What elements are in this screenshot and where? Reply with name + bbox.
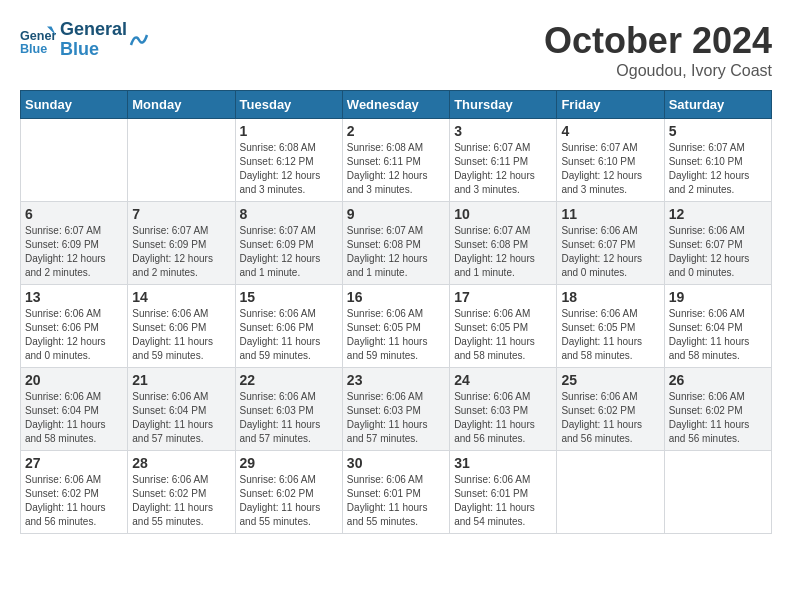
month-title: October 2024 [544, 20, 772, 62]
location: Ogoudou, Ivory Coast [544, 62, 772, 80]
day-info: Sunrise: 6:06 AM Sunset: 6:02 PM Dayligh… [132, 473, 230, 529]
calendar-week-row: 20Sunrise: 6:06 AM Sunset: 6:04 PM Dayli… [21, 368, 772, 451]
calendar-cell [557, 451, 664, 534]
day-info: Sunrise: 6:06 AM Sunset: 6:02 PM Dayligh… [240, 473, 338, 529]
calendar-week-row: 6Sunrise: 6:07 AM Sunset: 6:09 PM Daylig… [21, 202, 772, 285]
day-info: Sunrise: 6:06 AM Sunset: 6:06 PM Dayligh… [132, 307, 230, 363]
day-number: 28 [132, 455, 230, 471]
calendar-cell: 7Sunrise: 6:07 AM Sunset: 6:09 PM Daylig… [128, 202, 235, 285]
calendar-cell: 24Sunrise: 6:06 AM Sunset: 6:03 PM Dayli… [450, 368, 557, 451]
calendar-cell: 4Sunrise: 6:07 AM Sunset: 6:10 PM Daylig… [557, 119, 664, 202]
day-info: Sunrise: 6:06 AM Sunset: 6:03 PM Dayligh… [454, 390, 552, 446]
calendar-week-row: 13Sunrise: 6:06 AM Sunset: 6:06 PM Dayli… [21, 285, 772, 368]
day-info: Sunrise: 6:06 AM Sunset: 6:02 PM Dayligh… [561, 390, 659, 446]
day-number: 22 [240, 372, 338, 388]
calendar-cell: 30Sunrise: 6:06 AM Sunset: 6:01 PM Dayli… [342, 451, 449, 534]
day-number: 16 [347, 289, 445, 305]
day-info: Sunrise: 6:06 AM Sunset: 6:07 PM Dayligh… [669, 224, 767, 280]
calendar-table: SundayMondayTuesdayWednesdayThursdayFrid… [20, 90, 772, 534]
logo-wave-icon [129, 25, 149, 55]
calendar-cell: 21Sunrise: 6:06 AM Sunset: 6:04 PM Dayli… [128, 368, 235, 451]
logo-line2: Blue [60, 40, 127, 60]
day-number: 25 [561, 372, 659, 388]
calendar-header-row: SundayMondayTuesdayWednesdayThursdayFrid… [21, 91, 772, 119]
logo-icon: General Blue [20, 22, 56, 58]
column-header-friday: Friday [557, 91, 664, 119]
column-header-sunday: Sunday [21, 91, 128, 119]
day-number: 21 [132, 372, 230, 388]
calendar-cell: 6Sunrise: 6:07 AM Sunset: 6:09 PM Daylig… [21, 202, 128, 285]
calendar-cell: 16Sunrise: 6:06 AM Sunset: 6:05 PM Dayli… [342, 285, 449, 368]
calendar-cell: 8Sunrise: 6:07 AM Sunset: 6:09 PM Daylig… [235, 202, 342, 285]
day-info: Sunrise: 6:07 AM Sunset: 6:11 PM Dayligh… [454, 141, 552, 197]
calendar-cell [664, 451, 771, 534]
column-header-saturday: Saturday [664, 91, 771, 119]
calendar-cell [21, 119, 128, 202]
day-info: Sunrise: 6:06 AM Sunset: 6:03 PM Dayligh… [347, 390, 445, 446]
day-info: Sunrise: 6:08 AM Sunset: 6:11 PM Dayligh… [347, 141, 445, 197]
day-info: Sunrise: 6:06 AM Sunset: 6:06 PM Dayligh… [240, 307, 338, 363]
calendar-cell: 12Sunrise: 6:06 AM Sunset: 6:07 PM Dayli… [664, 202, 771, 285]
calendar-week-row: 1Sunrise: 6:08 AM Sunset: 6:12 PM Daylig… [21, 119, 772, 202]
day-number: 6 [25, 206, 123, 222]
calendar-cell: 3Sunrise: 6:07 AM Sunset: 6:11 PM Daylig… [450, 119, 557, 202]
day-number: 12 [669, 206, 767, 222]
column-header-thursday: Thursday [450, 91, 557, 119]
day-number: 18 [561, 289, 659, 305]
calendar-cell: 26Sunrise: 6:06 AM Sunset: 6:02 PM Dayli… [664, 368, 771, 451]
calendar-cell: 18Sunrise: 6:06 AM Sunset: 6:05 PM Dayli… [557, 285, 664, 368]
calendar-cell: 14Sunrise: 6:06 AM Sunset: 6:06 PM Dayli… [128, 285, 235, 368]
day-number: 4 [561, 123, 659, 139]
calendar-cell: 13Sunrise: 6:06 AM Sunset: 6:06 PM Dayli… [21, 285, 128, 368]
column-header-wednesday: Wednesday [342, 91, 449, 119]
day-number: 24 [454, 372, 552, 388]
day-info: Sunrise: 6:06 AM Sunset: 6:04 PM Dayligh… [132, 390, 230, 446]
day-number: 5 [669, 123, 767, 139]
day-number: 9 [347, 206, 445, 222]
calendar-cell: 10Sunrise: 6:07 AM Sunset: 6:08 PM Dayli… [450, 202, 557, 285]
day-number: 26 [669, 372, 767, 388]
day-number: 13 [25, 289, 123, 305]
calendar-cell: 23Sunrise: 6:06 AM Sunset: 6:03 PM Dayli… [342, 368, 449, 451]
day-info: Sunrise: 6:06 AM Sunset: 6:04 PM Dayligh… [669, 307, 767, 363]
calendar-cell: 15Sunrise: 6:06 AM Sunset: 6:06 PM Dayli… [235, 285, 342, 368]
day-number: 10 [454, 206, 552, 222]
day-number: 2 [347, 123, 445, 139]
calendar-cell: 5Sunrise: 6:07 AM Sunset: 6:10 PM Daylig… [664, 119, 771, 202]
day-number: 19 [669, 289, 767, 305]
day-number: 14 [132, 289, 230, 305]
day-info: Sunrise: 6:07 AM Sunset: 6:09 PM Dayligh… [25, 224, 123, 280]
day-info: Sunrise: 6:07 AM Sunset: 6:10 PM Dayligh… [561, 141, 659, 197]
day-info: Sunrise: 6:07 AM Sunset: 6:10 PM Dayligh… [669, 141, 767, 197]
calendar-cell: 27Sunrise: 6:06 AM Sunset: 6:02 PM Dayli… [21, 451, 128, 534]
day-info: Sunrise: 6:06 AM Sunset: 6:02 PM Dayligh… [669, 390, 767, 446]
day-number: 20 [25, 372, 123, 388]
page-header: General Blue General Blue October 2024 O… [20, 20, 772, 80]
day-info: Sunrise: 6:06 AM Sunset: 6:06 PM Dayligh… [25, 307, 123, 363]
calendar-cell [128, 119, 235, 202]
day-number: 31 [454, 455, 552, 471]
day-number: 15 [240, 289, 338, 305]
day-number: 8 [240, 206, 338, 222]
day-info: Sunrise: 6:06 AM Sunset: 6:01 PM Dayligh… [454, 473, 552, 529]
calendar-cell: 19Sunrise: 6:06 AM Sunset: 6:04 PM Dayli… [664, 285, 771, 368]
day-info: Sunrise: 6:06 AM Sunset: 6:07 PM Dayligh… [561, 224, 659, 280]
day-info: Sunrise: 6:06 AM Sunset: 6:05 PM Dayligh… [454, 307, 552, 363]
day-number: 1 [240, 123, 338, 139]
day-number: 3 [454, 123, 552, 139]
calendar-cell: 25Sunrise: 6:06 AM Sunset: 6:02 PM Dayli… [557, 368, 664, 451]
day-info: Sunrise: 6:07 AM Sunset: 6:09 PM Dayligh… [240, 224, 338, 280]
day-info: Sunrise: 6:08 AM Sunset: 6:12 PM Dayligh… [240, 141, 338, 197]
calendar-cell: 9Sunrise: 6:07 AM Sunset: 6:08 PM Daylig… [342, 202, 449, 285]
calendar-cell: 20Sunrise: 6:06 AM Sunset: 6:04 PM Dayli… [21, 368, 128, 451]
title-block: October 2024 Ogoudou, Ivory Coast [544, 20, 772, 80]
day-number: 27 [25, 455, 123, 471]
day-number: 17 [454, 289, 552, 305]
day-number: 7 [132, 206, 230, 222]
logo: General Blue General Blue [20, 20, 149, 60]
calendar-cell: 22Sunrise: 6:06 AM Sunset: 6:03 PM Dayli… [235, 368, 342, 451]
day-info: Sunrise: 6:06 AM Sunset: 6:01 PM Dayligh… [347, 473, 445, 529]
calendar-cell: 11Sunrise: 6:06 AM Sunset: 6:07 PM Dayli… [557, 202, 664, 285]
calendar-cell: 31Sunrise: 6:06 AM Sunset: 6:01 PM Dayli… [450, 451, 557, 534]
day-number: 29 [240, 455, 338, 471]
